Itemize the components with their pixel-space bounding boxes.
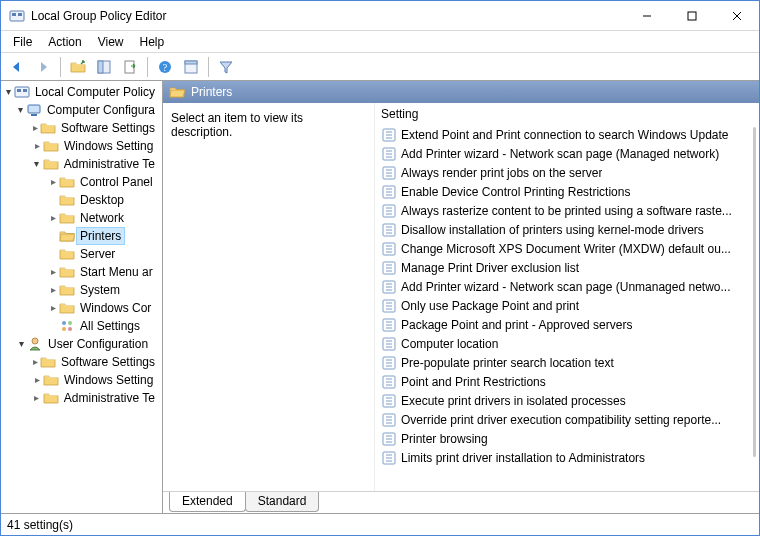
expander-icon[interactable]: ▸ <box>47 303 59 313</box>
folder-icon <box>59 300 75 316</box>
list-item[interactable]: Extend Point and Print connection to sea… <box>377 125 757 144</box>
list-item[interactable]: Always rasterize content to be printed u… <box>377 201 757 220</box>
expander-icon[interactable]: ▸ <box>31 123 40 133</box>
tab-standard[interactable]: Standard <box>245 492 320 512</box>
list-item[interactable]: Printer browsing <box>377 429 757 448</box>
properties-button[interactable] <box>179 55 203 79</box>
tree-system[interactable]: ▸ System <box>1 281 162 299</box>
tree-label: Desktop <box>77 192 127 208</box>
toolbar-separator <box>60 57 61 77</box>
tree-pane[interactable]: ▾ Local Computer Policy ▾ Computer Confi… <box>1 81 163 513</box>
tree-printers[interactable]: Printers <box>1 227 162 245</box>
list-item[interactable]: Override print driver execution compatib… <box>377 410 757 429</box>
minimize-button[interactable] <box>624 1 669 30</box>
tree-label: Local Computer Policy <box>32 84 158 100</box>
tree-label: User Configuration <box>45 336 151 352</box>
tree-windows-components[interactable]: ▸ Windows Cor <box>1 299 162 317</box>
list-item[interactable]: Change Microsoft XPS Document Writer (MX… <box>377 239 757 258</box>
help-button[interactable]: ? <box>153 55 177 79</box>
list-item[interactable]: Point and Print Restrictions <box>377 372 757 391</box>
menu-file[interactable]: File <box>5 33 40 51</box>
expander-icon[interactable]: ▸ <box>47 213 59 223</box>
tree-label: Administrative Te <box>61 156 158 172</box>
tree-user-software[interactable]: ▸ Software Settings <box>1 353 162 371</box>
expander-icon[interactable]: ▾ <box>3 87 14 97</box>
tree-admin-templates[interactable]: ▾ Administrative Te <box>1 155 162 173</box>
window-title: Local Group Policy Editor <box>31 9 624 23</box>
menu-view[interactable]: View <box>90 33 132 51</box>
svg-rect-24 <box>185 61 197 64</box>
maximize-button[interactable] <box>669 1 714 30</box>
expander-icon[interactable]: ▸ <box>31 141 43 151</box>
expander-icon[interactable]: ▸ <box>31 375 43 385</box>
close-button[interactable] <box>714 1 759 30</box>
list-item-label: Enable Device Control Printing Restricti… <box>401 185 630 199</box>
list-item[interactable]: Computer location <box>377 334 757 353</box>
list-item[interactable]: Enable Device Control Printing Restricti… <box>377 182 757 201</box>
show-hide-tree-button[interactable] <box>92 55 116 79</box>
list-item-label: Computer location <box>401 337 498 351</box>
app-icon <box>9 8 25 24</box>
tree-computer-config[interactable]: ▾ Computer Configura <box>1 101 162 119</box>
tree-root[interactable]: ▾ Local Computer Policy <box>1 83 162 101</box>
list-item[interactable]: Manage Print Driver exclusion list <box>377 258 757 277</box>
list-item[interactable]: Add Printer wizard - Network scan page (… <box>377 277 757 296</box>
folder-icon <box>40 120 56 136</box>
setting-icon <box>381 260 397 276</box>
tree-label: Control Panel <box>77 174 156 190</box>
expander-icon[interactable]: ▾ <box>31 159 43 169</box>
list-item[interactable]: Execute print drivers in isolated proces… <box>377 391 757 410</box>
column-header-setting[interactable]: Setting <box>375 103 759 125</box>
tree-server[interactable]: Server <box>1 245 162 263</box>
menu-help[interactable]: Help <box>132 33 173 51</box>
setting-icon <box>381 298 397 314</box>
list-items[interactable]: Extend Point and Print connection to sea… <box>375 125 759 491</box>
tree-network[interactable]: ▸ Network <box>1 209 162 227</box>
toolbar-separator <box>147 57 148 77</box>
tab-extended[interactable]: Extended <box>169 492 246 512</box>
filter-button[interactable] <box>214 55 238 79</box>
list-item[interactable]: Always render print jobs on the server <box>377 163 757 182</box>
scrollbar[interactable] <box>753 127 756 457</box>
list-item[interactable]: Limits print driver installation to Admi… <box>377 448 757 467</box>
tree-control-panel[interactable]: ▸ Control Panel <box>1 173 162 191</box>
tree-user-windows[interactable]: ▸ Windows Setting <box>1 371 162 389</box>
expander-icon[interactable]: ▾ <box>15 339 27 349</box>
expander-icon[interactable]: ▸ <box>47 267 59 277</box>
forward-button[interactable] <box>31 55 55 79</box>
up-button[interactable] <box>66 55 90 79</box>
setting-icon <box>381 317 397 333</box>
export-list-button[interactable] <box>118 55 142 79</box>
list-item[interactable]: Package Point and print - Approved serve… <box>377 315 757 334</box>
tree-windows-settings[interactable]: ▸ Windows Setting <box>1 137 162 155</box>
tree-start-menu[interactable]: ▸ Start Menu ar <box>1 263 162 281</box>
tree-label: Start Menu ar <box>77 264 156 280</box>
tree-all-settings[interactable]: All Settings <box>1 317 162 335</box>
list-item[interactable]: Disallow installation of printers using … <box>377 220 757 239</box>
list-item[interactable]: Only use Package Point and print <box>377 296 757 315</box>
setting-icon <box>381 412 397 428</box>
list-item[interactable]: Pre-populate printer search location tex… <box>377 353 757 372</box>
expander-icon[interactable]: ▸ <box>31 357 40 367</box>
tree-user-admin[interactable]: ▸ Administrative Te <box>1 389 162 407</box>
back-button[interactable] <box>5 55 29 79</box>
list-item[interactable]: Add Printer wizard - Network scan page (… <box>377 144 757 163</box>
tree-desktop[interactable]: Desktop <box>1 191 162 209</box>
folder-icon <box>59 282 75 298</box>
list-item-label: Package Point and print - Approved serve… <box>401 318 632 332</box>
expander-icon[interactable]: ▸ <box>47 177 59 187</box>
menu-action[interactable]: Action <box>40 33 89 51</box>
list-item-label: Always rasterize content to be printed u… <box>401 204 732 218</box>
tree-software-settings[interactable]: ▸ Software Settings <box>1 119 162 137</box>
toolbar-separator <box>208 57 209 77</box>
setting-icon <box>381 431 397 447</box>
list-item-label: Pre-populate printer search location tex… <box>401 356 614 370</box>
tree-user-config[interactable]: ▾ User Configuration <box>1 335 162 353</box>
setting-icon <box>381 203 397 219</box>
list-item-label: Point and Print Restrictions <box>401 375 546 389</box>
expander-icon[interactable]: ▾ <box>15 105 26 115</box>
setting-icon <box>381 184 397 200</box>
expander-icon[interactable]: ▸ <box>31 393 43 403</box>
expander-icon[interactable]: ▸ <box>47 285 59 295</box>
setting-icon <box>381 450 397 466</box>
